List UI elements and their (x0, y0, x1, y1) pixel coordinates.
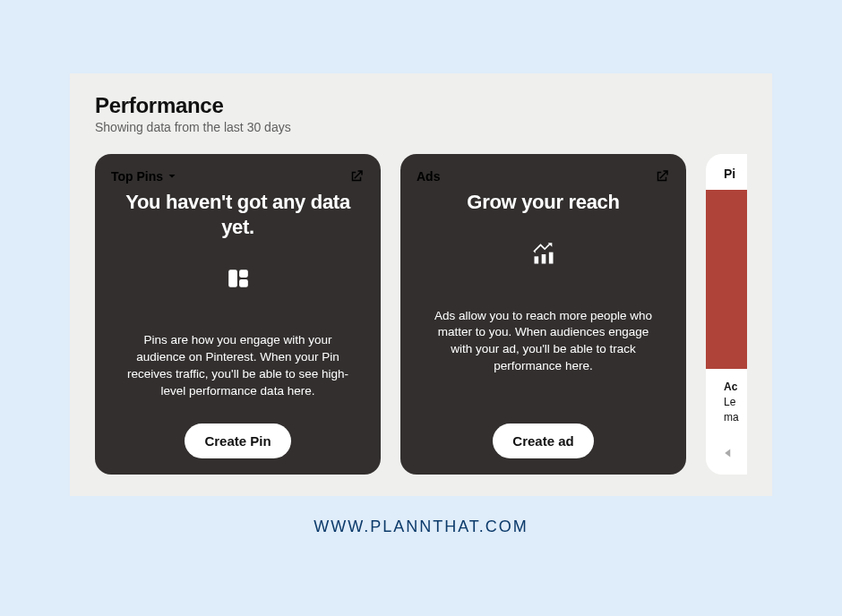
svg-rect-0 (228, 270, 237, 287)
top-pins-card: Top Pins You haven't got any data yet. P… (95, 154, 381, 475)
external-link-icon[interactable] (654, 168, 670, 184)
analytics-screenshot: Performance Showing data from the last 3… (70, 73, 772, 496)
card-header: Ads (417, 167, 670, 186)
cards-row: Top Pins You haven't got any data yet. P… (70, 143, 772, 475)
card-title: Grow your reach (458, 190, 628, 215)
create-ad-button[interactable]: Create ad (493, 424, 593, 458)
page-subtitle: Showing data from the last 30 days (95, 120, 747, 134)
card-description: Ads allow you to reach more people who m… (417, 308, 670, 376)
external-link-icon[interactable] (348, 168, 365, 184)
svg-rect-3 (534, 256, 538, 263)
peek-line3: ma (724, 410, 747, 425)
peek-line1: Ac (724, 380, 747, 395)
card-label-text: Ads (417, 169, 440, 184)
page-header: Performance Showing data from the last 3… (70, 73, 772, 143)
chevron-down-icon (167, 171, 177, 182)
card-header: Top Pins (111, 167, 365, 186)
footer-url: WWW.PLANNTHAT.COM (0, 518, 842, 536)
card-description: Pins are how you engage with your audien… (111, 332, 365, 400)
left-arrow-icon[interactable] (720, 445, 736, 466)
ads-card: Ads Grow your reach Ads allow you to rea… (400, 154, 686, 475)
peek-text: Ac Le ma (706, 369, 747, 424)
ads-label: Ads (417, 169, 440, 184)
page-title: Performance (95, 93, 747, 118)
peek-label: Pi (706, 154, 747, 190)
peek-image (706, 190, 747, 369)
peek-line2: Le (724, 395, 747, 410)
create-pin-button[interactable]: Create Pin (185, 424, 290, 458)
card-title: You haven't got any data yet. (111, 190, 365, 239)
pins-layout-icon (227, 262, 250, 295)
svg-rect-2 (239, 279, 248, 287)
top-pins-dropdown[interactable]: Top Pins (111, 169, 177, 184)
svg-rect-4 (541, 254, 546, 264)
growth-chart-icon (531, 238, 556, 270)
svg-rect-5 (548, 252, 553, 263)
card-label-text: Top Pins (111, 169, 163, 184)
next-card-peek[interactable]: Pi Ac Le ma (706, 154, 747, 475)
svg-rect-1 (239, 270, 248, 278)
